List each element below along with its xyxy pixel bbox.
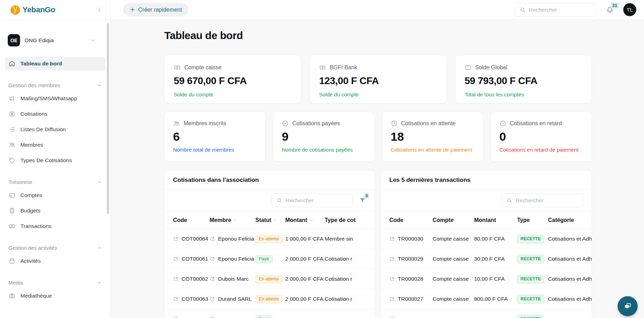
- section-title: Trésorerie: [8, 179, 32, 185]
- sidebar-header: YebanGo: [0, 0, 110, 20]
- cotisations-table-card: Cotisations dans l'association 0 Code Me…: [164, 170, 375, 318]
- column-header-statut[interactable]: Statut: [255, 217, 285, 223]
- notifications-button[interactable]: 31: [606, 6, 614, 14]
- external-link-icon[interactable]: [173, 296, 179, 302]
- filter-button[interactable]: 0: [359, 197, 366, 204]
- sidebar-section-media[interactable]: Media: [8, 280, 102, 286]
- member-name: Durand SARL: [218, 296, 252, 302]
- transaction-type-badge: RECETTE: [517, 255, 544, 263]
- transaction-amount: 30,00 F CFA: [474, 256, 517, 262]
- notification-count-badge: 31: [611, 2, 619, 8]
- chat-fab-button[interactable]: [618, 296, 638, 316]
- external-link-icon[interactable]: [210, 256, 215, 262]
- sidebar-item-listes-de-diffusion[interactable]: Listes De Diffusion: [5, 123, 106, 136]
- balance-amount: 59 793,00 F CFA: [465, 75, 582, 87]
- transaction-amount: 80,00 F CFA: [474, 236, 517, 242]
- stat-card-label: Membres inscrits: [184, 120, 226, 127]
- transactions-search[interactable]: [502, 193, 583, 207]
- external-link-icon[interactable]: [210, 236, 215, 242]
- sidebar-collapse-button[interactable]: [96, 6, 103, 14]
- organization-selector[interactable]: OE ONG Ediqia: [8, 34, 103, 46]
- column-header-categorie: Catégorie: [548, 217, 592, 223]
- cotisation-code: COT00062: [181, 276, 208, 282]
- main-content: Tableau de bord Compte caisse 59 670,00 …: [111, 20, 644, 318]
- balance-card-label: Compte caisse: [184, 64, 222, 71]
- global-search-input[interactable]: [529, 7, 582, 13]
- member-name: Eponou Felicia: [218, 256, 254, 262]
- chevron-up-icon: [97, 83, 102, 88]
- table-row: Payé: [165, 309, 375, 318]
- sidebar-section-gestion-des-activites[interactable]: Gestion des activités: [8, 245, 102, 251]
- quick-create-button[interactable]: Créer rapidement: [123, 3, 189, 17]
- balance-card-compte-caisse: Compte caisse 59 670,00 F CFA Solde du c…: [164, 55, 301, 103]
- app-name: YebanGo: [23, 5, 55, 14]
- cotisation-code: COT00063: [181, 296, 208, 302]
- sidebar-section-gestion-des-membres[interactable]: Gestion des membres: [8, 82, 102, 88]
- transactions-search-input[interactable]: [516, 197, 568, 204]
- cotisation-type: Cotisation r: [325, 296, 375, 302]
- sidebar-item-label: Médiathèque: [20, 293, 52, 299]
- external-link-icon[interactable]: [389, 296, 395, 302]
- external-link-icon[interactable]: [389, 236, 395, 242]
- cotisations-search[interactable]: [272, 193, 353, 207]
- external-link-icon[interactable]: [210, 276, 215, 282]
- external-link-icon[interactable]: [173, 316, 179, 318]
- sidebar-item-membres[interactable]: Membres: [5, 138, 106, 152]
- balance-card-bgfi-bank: BGFI Bank 123,00 F CFA Solde du compte: [310, 55, 446, 103]
- user-avatar[interactable]: TL: [623, 3, 636, 16]
- cotisations-table-header: Code Membre Statut Montant Type de cot: [165, 211, 375, 229]
- table-row: COT00063 Durand SARL En attente 2 000,00…: [165, 289, 375, 309]
- stat-subtitle: Cotisations en retard de paiement: [499, 147, 583, 153]
- table-row: COT00062 Dubois Marc En attente 2 000,00…: [165, 269, 375, 289]
- sidebar-item-transactions[interactable]: Transactions: [5, 220, 106, 233]
- sidebar-item-mediatheque[interactable]: Médiathèque: [5, 289, 106, 303]
- sidebar-item-budgets[interactable]: Budgets: [5, 204, 106, 217]
- member-name: Dubois Marc: [218, 276, 249, 282]
- transaction-account: Compte caisse: [433, 236, 474, 242]
- column-header-membre[interactable]: Membre: [210, 217, 255, 223]
- search-icon: [519, 7, 526, 13]
- chevron-left-icon: [96, 6, 103, 14]
- sidebar-section-tresorerie[interactable]: Trésorerie: [8, 179, 102, 185]
- external-link-icon[interactable]: [173, 236, 179, 242]
- column-header-compte: Compte: [433, 217, 474, 223]
- stat-card-label: Cotisations payées: [292, 120, 340, 127]
- transaction-category: Cotisations et Adh: [548, 236, 592, 242]
- column-header-code: Code: [173, 217, 210, 223]
- sidebar-item-label: Comptes: [20, 192, 42, 198]
- quick-create-label: Créer rapidement: [138, 7, 182, 13]
- external-link-icon[interactable]: [389, 316, 395, 318]
- cotisation-type: Membre sin: [325, 236, 375, 242]
- alert-circle-icon: [499, 120, 506, 127]
- sidebar-item-activites[interactable]: Activités: [5, 254, 106, 268]
- stat-subtitle: Nombre de cotisations payées: [282, 147, 365, 153]
- transactions-table-title: Les 5 dernières transactions: [381, 171, 592, 190]
- external-link-icon[interactable]: [389, 256, 395, 262]
- sidebar-scrollbar[interactable]: [107, 23, 109, 214]
- section-title: Media: [8, 280, 23, 286]
- external-link-icon[interactable]: [173, 256, 179, 262]
- external-link-icon[interactable]: [210, 316, 215, 318]
- sidebar-item-tableau-de-bord[interactable]: Tableau de bord: [5, 57, 106, 70]
- external-link-icon[interactable]: [173, 276, 179, 282]
- sidebar-item-types-de-cotisations[interactable]: Types De Cotisations: [5, 154, 106, 167]
- list-icon: [8, 126, 15, 133]
- external-link-icon[interactable]: [389, 276, 395, 282]
- sidebar-item-comptes[interactable]: Comptes: [5, 189, 106, 202]
- sidebar-item-label: Types De Cotisations: [20, 157, 72, 164]
- external-link-icon[interactable]: [210, 296, 215, 302]
- transaction-type-badge: RECETTE: [517, 315, 544, 318]
- transaction-category: Cotisations et Adh: [548, 296, 592, 302]
- status-badge: Payé: [255, 255, 273, 263]
- section-title: Gestion des activités: [8, 245, 57, 251]
- column-header-montant[interactable]: Montant: [285, 217, 325, 223]
- table-row: COT00064 Eponou Felicia En attente 1 000…: [165, 229, 375, 249]
- sidebar-item-mailing-sms-whatsapp[interactable]: Mailing/SMS/Whatsapp: [5, 92, 106, 105]
- cotisation-amount: 2 000,00 F CFA: [285, 256, 325, 262]
- cotisations-search-input[interactable]: [286, 197, 338, 204]
- sidebar-item-label: Budgets: [20, 208, 40, 214]
- plus-icon: [129, 7, 135, 13]
- sidebar-item-cotisations[interactable]: Cotisations: [5, 107, 106, 121]
- global-search[interactable]: [515, 3, 597, 17]
- page-title: Tableau de bord: [164, 30, 592, 42]
